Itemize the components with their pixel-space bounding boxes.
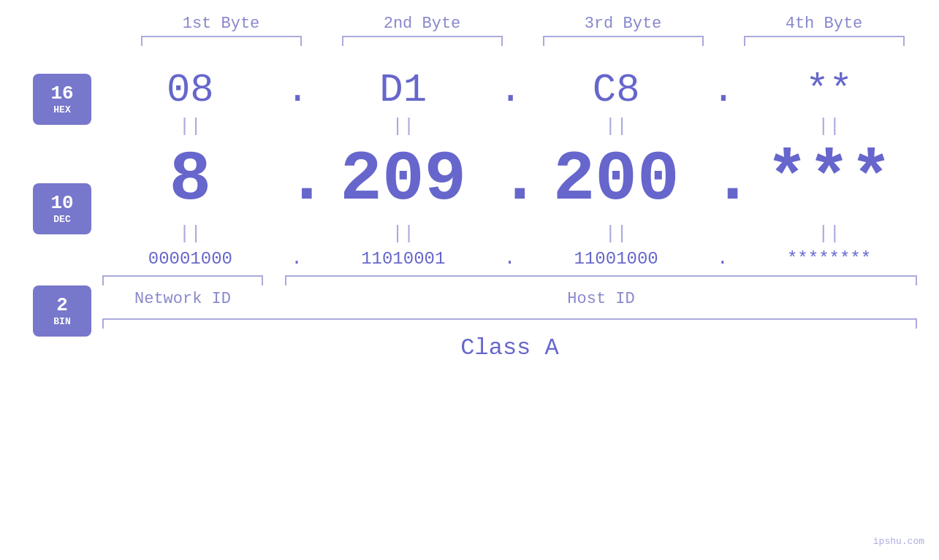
- eq2-4: ||: [749, 223, 910, 245]
- bin-label: BIN: [53, 316, 70, 327]
- equals-row-2: || || || ||: [102, 220, 917, 248]
- dot-bin-3: .: [712, 248, 734, 269]
- bin-number: 2: [56, 295, 68, 316]
- dot-dec-2: .: [498, 145, 520, 215]
- dot-hex-3: .: [712, 68, 734, 112]
- bin-row: 00001000 . 11010001 . 11001000 . *******…: [102, 248, 917, 269]
- hex-badge: 16 HEX: [33, 74, 91, 125]
- bin-byte4: ********: [749, 249, 910, 269]
- dec-byte4: ***: [749, 140, 910, 220]
- dec-byte1: 8: [110, 140, 270, 220]
- eq1-2: ||: [323, 115, 484, 137]
- byte4-header: 4th Byte: [744, 15, 905, 33]
- hex-label: HEX: [53, 104, 70, 115]
- watermark: ipshu.com: [873, 536, 924, 547]
- dot-dec-3: .: [712, 145, 734, 215]
- hex-byte4: **: [749, 68, 910, 112]
- bin-badge: 2 BIN: [33, 285, 91, 337]
- dec-number: 10: [50, 193, 73, 214]
- bin-byte2: 11010001: [323, 249, 484, 269]
- dot-hex-2: .: [498, 68, 520, 112]
- dot-bin-1: .: [286, 248, 308, 269]
- hex-byte1: 08: [110, 68, 270, 112]
- dot-hex-1: .: [286, 68, 308, 112]
- byte2-header: 2nd Byte: [342, 15, 503, 33]
- dec-badge: 10 DEC: [33, 183, 91, 234]
- byte1-header: 1st Byte: [141, 15, 302, 33]
- hex-byte3: C8: [536, 68, 696, 112]
- eq1-4: ||: [749, 115, 910, 137]
- class-label: Class A: [102, 334, 917, 361]
- dec-byte3: 200: [536, 140, 696, 220]
- dec-byte2: 209: [323, 140, 484, 220]
- host-id-label: Host ID: [285, 290, 917, 308]
- bin-byte3: 11001000: [536, 249, 696, 269]
- dec-label: DEC: [53, 214, 70, 225]
- eq2-1: ||: [110, 223, 270, 245]
- dot-bin-2: .: [498, 248, 520, 269]
- eq2-3: ||: [536, 223, 696, 245]
- network-id-label: Network ID: [102, 290, 263, 308]
- hex-row: 08 . D1 . C8 . **: [102, 61, 917, 112]
- dec-row: 8 . 209 . 200 . ***: [102, 140, 917, 220]
- byte3-header: 3rd Byte: [543, 15, 704, 33]
- main-container: 1st Byte 2nd Byte 3rd Byte 4th Byte: [0, 0, 939, 560]
- eq2-2: ||: [323, 223, 484, 245]
- dot-dec-1: .: [286, 145, 308, 215]
- equals-row-1: || || || ||: [102, 112, 917, 140]
- hex-number: 16: [50, 83, 73, 104]
- eq1-1: ||: [110, 115, 270, 137]
- hex-byte2: D1: [323, 68, 484, 112]
- eq1-3: ||: [536, 115, 696, 137]
- bin-byte1: 00001000: [110, 249, 270, 269]
